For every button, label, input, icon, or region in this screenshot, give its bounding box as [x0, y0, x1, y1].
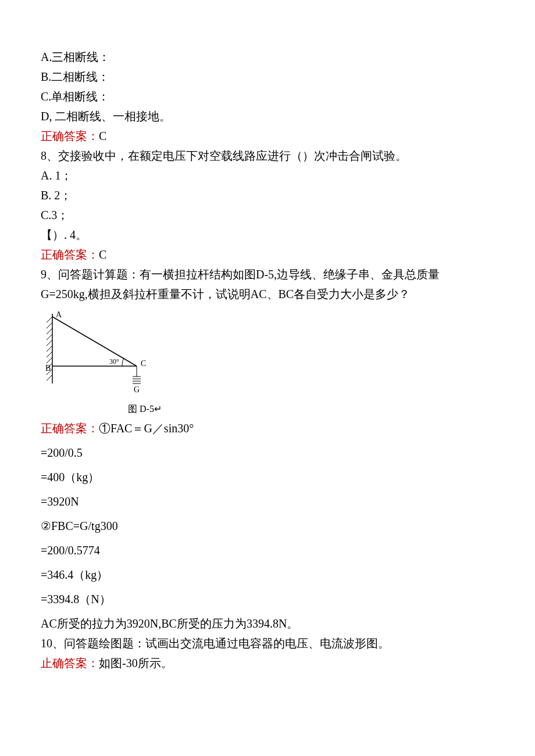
q10-answer: 止确答案：如图-30所示。	[41, 654, 494, 672]
q8-answer-value: C	[99, 248, 106, 261]
q9-calc-6: =346.4（kg）	[41, 565, 494, 584]
figure-d5: A B C G 30° 图 D-5↵	[41, 308, 494, 417]
q9-calc-3: =3920N	[41, 492, 494, 511]
q7-answer-label: 正确答案：	[41, 130, 99, 142]
q9-conclusion: AC所受的拉力为3920N,BC所受的压力为3394.8N。	[41, 614, 494, 633]
q8-option-b: B. 2；	[41, 186, 494, 205]
label-b: B	[45, 364, 51, 372]
label-a: A	[56, 310, 62, 319]
q9-stem-line1: 9、问答题计算题：有一横担拉杆结构如图D-5,边导线、绝缘子串、金具总质量	[41, 265, 494, 284]
q9-calc-4: ②FBC=G/tg300	[41, 517, 494, 535]
label-angle: 30°	[109, 357, 119, 366]
truss-diagram: A B C G 30°	[41, 308, 157, 395]
svg-line-12	[52, 317, 137, 366]
q9-calc-2: =400（kg）	[41, 468, 494, 486]
svg-line-7	[47, 352, 52, 357]
q9-stem-line2: G=250kg,横担及斜拉杆重量不计，试说明AC、BC各自受力大小是多少？	[41, 285, 494, 303]
q7-option-b: B.二相断线：	[41, 67, 494, 86]
q7-option-a: A.三相断线：	[41, 48, 494, 66]
q8-answer-label: 正确答案：	[41, 248, 99, 261]
figure-caption: 图 D-5↵	[128, 402, 494, 417]
q8-answer: 正确答案：C	[41, 245, 494, 264]
q8-stem: 8、交接验收中，在额定电压下对空载线路应进行（）次冲击合闸试验。	[41, 146, 494, 165]
svg-line-6	[47, 346, 52, 352]
q9-answer-label: 正确答案：	[41, 422, 99, 435]
q9-calc-7: =3394.8（N）	[41, 590, 494, 608]
svg-line-11	[47, 375, 52, 381]
svg-line-2	[47, 323, 52, 328]
q8-option-c: C.3；	[41, 206, 494, 224]
q7-option-c: C.单相断线：	[41, 87, 494, 106]
q10-answer-label: 止确答案：	[41, 657, 99, 669]
svg-line-3	[47, 328, 52, 334]
q9-answer-formula: ①FAC＝G／sin30°	[99, 422, 194, 435]
q10-answer-value: 如图-30所示。	[99, 657, 173, 669]
svg-line-5	[47, 340, 52, 346]
q9-calc-5: =200/0.5774	[41, 541, 494, 560]
q9-calc-1: =200/0.5	[41, 443, 494, 462]
q7-answer-value: C	[99, 130, 106, 142]
label-c: C	[141, 359, 146, 368]
svg-line-4	[47, 334, 52, 340]
q9-answer-line: 正确答案：①FAC＝G／sin30°	[41, 419, 494, 438]
q8-option-d: 【）. 4。	[41, 225, 494, 244]
svg-line-8	[47, 357, 52, 363]
label-g: G	[134, 385, 140, 394]
svg-line-1	[47, 317, 52, 323]
q8-option-a: A. 1；	[41, 166, 494, 185]
q10-stem: 10、问答题绘图题：试画出交流电通过电容器的电压、电流波形图。	[41, 634, 494, 653]
q7-answer: 正确答案：C	[41, 127, 494, 145]
q7-option-d: D, 二相断线、一相接地。	[41, 107, 494, 126]
